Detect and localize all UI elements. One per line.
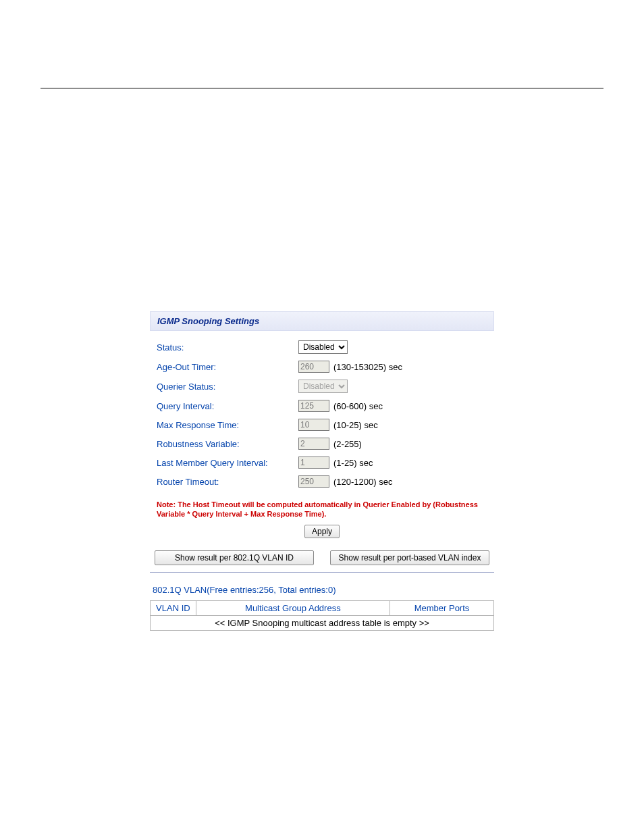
router-timeout-input[interactable] [298, 475, 329, 488]
label-last-member-qi: Last Member Query Interval: [157, 458, 298, 468]
suffix-router-timeout: (120-1200) sec [333, 477, 392, 487]
suffix-max-response-time: (10-25) sec [333, 420, 378, 430]
suffix-last-member-qi: (1-25) sec [333, 458, 373, 468]
panel-title: IGMP Snooping Settings [150, 311, 494, 331]
table-row-empty: << IGMP Snooping multicast address table… [151, 615, 494, 630]
last-member-qi-input[interactable] [298, 457, 329, 469]
show-result-8021q-button[interactable]: Show result per 802.1Q VLAN ID [155, 550, 314, 565]
row-max-response-time: Max Response Time: (10-25) sec [157, 419, 487, 431]
label-querier-status: Querier Status: [157, 382, 298, 392]
multicast-address-table: VLAN ID Multicast Group Address Member P… [150, 600, 494, 631]
label-age-out-timer: Age-Out Timer: [157, 362, 298, 372]
col-multicast-group-address: Multicast Group Address [196, 600, 390, 615]
show-result-port-based-button[interactable]: Show result per port-based VLAN index [330, 550, 489, 565]
row-robustness-variable: Robustness Variable: (2-255) [157, 438, 487, 450]
row-age-out-timer: Age-Out Timer: (130-153025) sec [157, 361, 487, 373]
row-query-interval: Query Interval: (60-600) sec [157, 400, 487, 412]
label-robustness-variable: Robustness Variable: [157, 439, 298, 449]
suffix-age-out-timer: (130-153025) sec [333, 362, 402, 372]
row-router-timeout: Router Timeout: (120-1200) sec [157, 475, 487, 488]
igmp-snooping-panel: IGMP Snooping Settings Status: Disabled … [150, 311, 494, 631]
label-router-timeout: Router Timeout: [157, 477, 298, 487]
status-select[interactable]: Disabled [298, 340, 348, 354]
suffix-query-interval: (60-600) sec [333, 401, 383, 411]
empty-table-message: << IGMP Snooping multicast address table… [151, 615, 494, 630]
settings-form: Status: Disabled Age-Out Timer: (130-153… [150, 331, 494, 497]
age-out-timer-input[interactable] [298, 361, 329, 373]
vlan-section-subtitle: 802.1Q VLAN(Free entries:256, Total entr… [153, 585, 494, 595]
apply-button[interactable]: Apply [304, 525, 340, 538]
row-last-member-qi: Last Member Query Interval: (1-25) sec [157, 457, 487, 469]
col-vlan-id: VLAN ID [151, 600, 196, 615]
robustness-variable-input[interactable] [298, 438, 329, 450]
row-querier-status: Querier Status: Disabled [157, 380, 487, 393]
query-interval-input[interactable] [298, 400, 329, 412]
col-member-ports: Member Ports [390, 600, 494, 615]
label-max-response-time: Max Response Time: [157, 420, 298, 430]
row-status: Status: Disabled [157, 340, 487, 354]
querier-status-select: Disabled [298, 380, 348, 393]
max-response-time-input[interactable] [298, 419, 329, 431]
label-query-interval: Query Interval: [157, 401, 298, 411]
label-status: Status: [157, 342, 298, 353]
host-timeout-note: Note: The Host Timeout will be computed … [157, 500, 487, 519]
suffix-robustness-variable: (2-255) [333, 439, 362, 449]
page-divider [41, 88, 603, 88]
